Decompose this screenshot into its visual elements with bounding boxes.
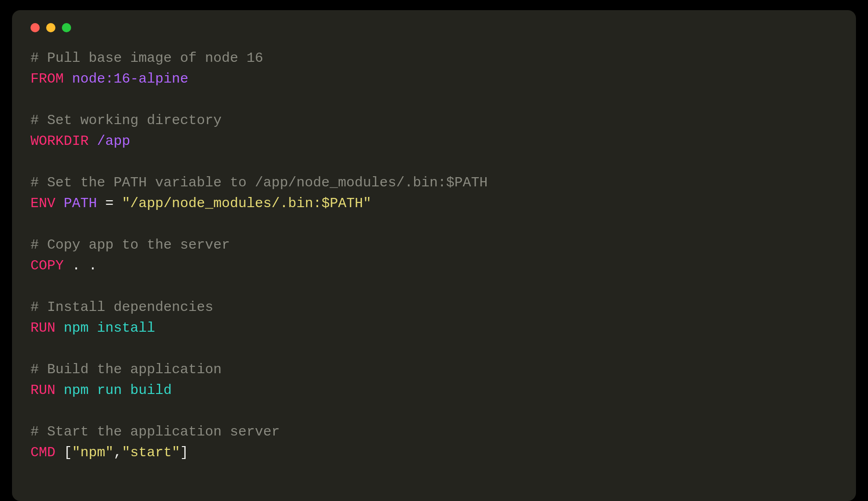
kw-workdir: WORKDIR (30, 133, 89, 149)
code-comment: # Set working directory (30, 113, 222, 128)
code-comment: # Build the application (30, 362, 222, 377)
bracket-open: [ (55, 445, 72, 460)
code-comment: # Copy app to the server (30, 237, 230, 253)
cmd-arg: "start" (122, 445, 180, 460)
val-run: npm install (64, 320, 155, 336)
val-from: node:16-alpine (72, 71, 188, 87)
val-workdir: /app (97, 133, 130, 149)
val-env-string: "/app/node_modules/.bin:$PATH" (122, 196, 371, 211)
kw-from: FROM (30, 71, 64, 87)
comma: , (114, 445, 122, 460)
code-comment: # Pull base image of node 16 (30, 50, 263, 66)
kw-run: RUN (30, 320, 55, 336)
dockerfile-code: # Pull base image of node 16 FROM node:1… (30, 48, 838, 463)
window-controls (30, 23, 838, 32)
kw-cmd: CMD (30, 445, 55, 460)
val-run: npm run build (64, 382, 172, 398)
close-icon[interactable] (30, 23, 40, 32)
kw-copy: COPY (30, 258, 64, 274)
code-comment: # Install dependencies (30, 299, 213, 315)
code-comment: # Start the application server (30, 424, 280, 440)
code-window: # Pull base image of node 16 FROM node:1… (12, 10, 856, 501)
code-comment: # Set the PATH variable to /app/node_mod… (30, 175, 488, 191)
kw-run: RUN (30, 382, 55, 398)
minimize-icon[interactable] (46, 23, 55, 32)
val-copy: . . (64, 258, 97, 274)
bracket-close: ] (180, 445, 188, 460)
zoom-icon[interactable] (62, 23, 71, 32)
cmd-arg: "npm" (72, 445, 114, 460)
kw-env: ENV (30, 196, 55, 211)
val-env-name: PATH (64, 196, 97, 211)
eq-sign: = (97, 196, 122, 211)
